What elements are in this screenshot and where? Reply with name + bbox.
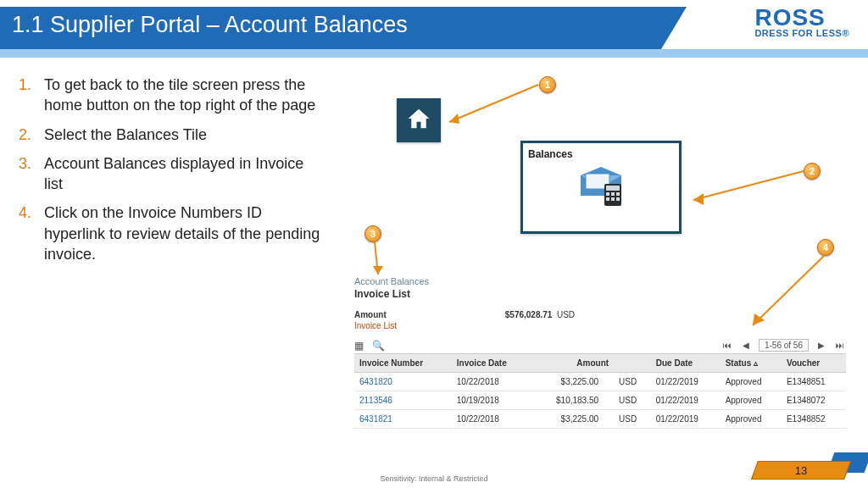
- header-light-band: [0, 49, 868, 58]
- ross-logo: ROSS DRESS FOR LESS®: [754, 7, 849, 38]
- logo-sub: DRESS FOR LESS®: [754, 28, 849, 38]
- table-row: 2113546 10/19/2018 $10,183.50 USD 01/22/…: [354, 391, 846, 410]
- cell-ccy: USD: [614, 391, 651, 410]
- page-title: 1.1 Supplier Portal – Account Balances: [12, 12, 408, 38]
- cell-voucher: E1348072: [782, 391, 846, 410]
- svg-marker-12: [449, 114, 459, 124]
- pager-last-icon[interactable]: ⏭: [834, 341, 846, 350]
- svg-rect-7: [616, 192, 620, 196]
- arrow-1: [441, 85, 551, 136]
- breadcrumb: Account Balances: [354, 276, 846, 286]
- sensitivity-label: Sensitivity: Internal & Restricted: [0, 474, 868, 483]
- amount-value: $576,028.71 USD: [505, 310, 575, 319]
- cell-amount: $3,225.00: [531, 410, 614, 429]
- svg-marker-16: [373, 266, 383, 274]
- table-header-row: Invoice Number Invoice Date Amount Due D…: [354, 354, 846, 373]
- slide: 1.1 Supplier Portal – Account Balances R…: [0, 0, 868, 488]
- balances-tile-title: Balances: [528, 148, 674, 160]
- svg-rect-4: [606, 186, 620, 191]
- col-voucher[interactable]: Voucher: [782, 354, 846, 373]
- svg-rect-5: [606, 192, 609, 196]
- cell-due: 01/22/2019: [651, 391, 721, 410]
- cell-amount: $10,183.50: [531, 391, 614, 410]
- invoice-list-subheading: Invoice List: [354, 321, 846, 330]
- svg-line-11: [449, 85, 538, 122]
- invoice-number-link[interactable]: 6431821: [354, 410, 452, 429]
- grid-icon[interactable]: ▦: [354, 340, 364, 352]
- cell-ccy: USD: [614, 410, 651, 429]
- svg-rect-10: [616, 197, 620, 201]
- svg-rect-6: [611, 192, 615, 196]
- cell-due: 01/22/2019: [651, 410, 721, 429]
- balances-tile-icon: [528, 167, 674, 209]
- cell-date: 10/22/2018: [452, 373, 531, 391]
- arrow-2: [687, 169, 814, 212]
- col-ccy: [614, 354, 651, 373]
- cell-voucher: E1348852: [782, 410, 846, 429]
- callout-marker-3: 3: [364, 225, 381, 242]
- table-row: 6431821 10/22/2018 $3,225.00 USD 01/22/2…: [354, 410, 846, 429]
- cell-status: Approved: [721, 410, 782, 429]
- search-icon[interactable]: 🔍: [372, 340, 385, 352]
- invoice-list-heading: Invoice List: [354, 288, 846, 300]
- col-invoice-number[interactable]: Invoice Number: [354, 354, 452, 373]
- callout-marker-4: 4: [817, 239, 834, 256]
- svg-rect-9: [611, 197, 615, 201]
- svg-marker-14: [693, 193, 704, 205]
- table-row: 6431820 10/22/2018 $3,225.00 USD 01/22/2…: [354, 373, 846, 391]
- col-amount[interactable]: Amount: [531, 354, 614, 373]
- pager-prev-icon[interactable]: ◀: [740, 341, 752, 350]
- cell-status: Approved: [721, 391, 782, 410]
- col-status[interactable]: Status ▵: [721, 354, 782, 373]
- amount-label: Amount: [354, 310, 387, 319]
- invoice-toolbar: ▦ 🔍 ⏮ ◀ 1-56 of 56 ▶ ⏭: [354, 336, 846, 354]
- svg-rect-8: [606, 197, 609, 201]
- invoice-table: Invoice Number Invoice Date Amount Due D…: [354, 354, 846, 429]
- home-icon: [406, 106, 431, 135]
- cell-date: 10/19/2018: [452, 391, 531, 410]
- logo-main: ROSS: [754, 7, 849, 28]
- pager-range[interactable]: 1-56 of 56: [759, 339, 809, 352]
- cell-voucher: E1348851: [782, 373, 846, 391]
- pager-first-icon[interactable]: ⏮: [721, 341, 733, 350]
- step-item: Select the Balances Tile: [15, 125, 320, 145]
- invoice-number-link[interactable]: 6431820: [354, 373, 452, 391]
- invoice-panel: Account Balances Invoice List Amount $57…: [354, 276, 846, 429]
- cell-date: 10/22/2018: [452, 410, 531, 429]
- step-item: To get back to the tile screen press the…: [15, 75, 320, 116]
- balances-tile[interactable]: Balances: [520, 141, 682, 234]
- col-due-date[interactable]: Due Date: [651, 354, 721, 373]
- invoice-number-link[interactable]: 2113546: [354, 391, 452, 410]
- cell-amount: $3,225.00: [531, 373, 614, 391]
- header: 1.1 Supplier Portal – Account Balances: [0, 0, 868, 59]
- svg-line-13: [693, 171, 804, 200]
- cell-due: 01/22/2019: [651, 373, 721, 391]
- cell-ccy: USD: [614, 373, 651, 391]
- pager-next-icon[interactable]: ▶: [815, 341, 827, 350]
- steps-list: To get back to the tile screen press the…: [15, 75, 320, 273]
- amount-summary: Amount $576,028.71 USD: [354, 310, 846, 319]
- cell-status: Approved: [721, 373, 782, 391]
- pager: ⏮ ◀ 1-56 of 56 ▶ ⏭: [721, 339, 846, 352]
- step-item: Click on the Invoice Numbers ID hyperlin…: [15, 202, 320, 264]
- step-item: Account Balances displayed in Invoice li…: [15, 153, 320, 195]
- home-button[interactable]: [397, 98, 441, 142]
- col-invoice-date[interactable]: Invoice Date: [452, 354, 531, 373]
